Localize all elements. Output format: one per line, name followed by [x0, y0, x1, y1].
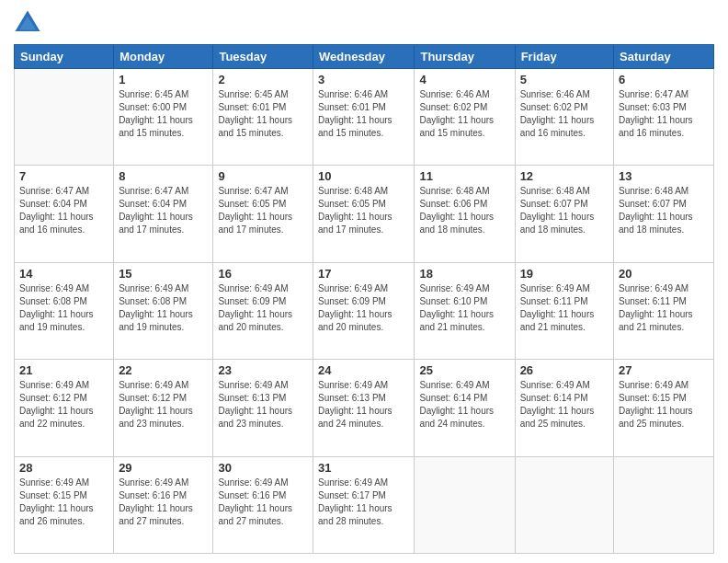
day-info: Sunrise: 6:46 AM Sunset: 6:01 PM Dayligh… [318, 88, 409, 140]
calendar-cell [515, 456, 613, 553]
calendar-cell: 21Sunrise: 6:49 AM Sunset: 6:12 PM Dayli… [15, 360, 114, 456]
calendar-cell: 16Sunrise: 6:49 AM Sunset: 6:09 PM Dayli… [213, 262, 313, 359]
day-number: 15 [119, 267, 208, 281]
calendar-cell: 30Sunrise: 6:49 AM Sunset: 6:16 PM Dayli… [213, 456, 313, 553]
day-info: Sunrise: 6:49 AM Sunset: 6:09 PM Dayligh… [218, 282, 308, 334]
day-header-friday: Friday [515, 45, 613, 69]
day-number: 6 [619, 73, 709, 86]
calendar-cell: 22Sunrise: 6:49 AM Sunset: 6:12 PM Dayli… [114, 360, 213, 456]
calendar-cell: 6Sunrise: 6:47 AM Sunset: 6:03 PM Daylig… [614, 69, 714, 166]
day-number: 19 [520, 267, 609, 281]
day-info: Sunrise: 6:49 AM Sunset: 6:14 PM Dayligh… [520, 379, 609, 431]
day-info: Sunrise: 6:47 AM Sunset: 6:03 PM Dayligh… [619, 88, 709, 140]
day-info: Sunrise: 6:49 AM Sunset: 6:08 PM Dayligh… [19, 282, 108, 334]
calendar-cell: 19Sunrise: 6:49 AM Sunset: 6:11 PM Dayli… [515, 262, 613, 359]
day-number: 12 [520, 169, 609, 183]
calendar-cell: 2Sunrise: 6:45 AM Sunset: 6:01 PM Daylig… [213, 69, 313, 166]
calendar-header: SundayMondayTuesdayWednesdayThursdayFrid… [15, 45, 714, 69]
day-number: 27 [619, 363, 709, 377]
day-header-monday: Monday [114, 45, 213, 69]
day-header-wednesday: Wednesday [313, 45, 415, 69]
calendar-cell: 15Sunrise: 6:49 AM Sunset: 6:08 PM Dayli… [114, 262, 213, 359]
calendar-cell: 7Sunrise: 6:47 AM Sunset: 6:04 PM Daylig… [15, 166, 114, 262]
calendar-cell: 24Sunrise: 6:49 AM Sunset: 6:13 PM Dayli… [313, 360, 415, 456]
calendar-cell: 23Sunrise: 6:49 AM Sunset: 6:13 PM Dayli… [213, 360, 313, 456]
day-number: 29 [119, 461, 208, 475]
day-number: 25 [419, 363, 509, 377]
day-number: 8 [119, 169, 208, 183]
calendar-cell: 31Sunrise: 6:49 AM Sunset: 6:17 PM Dayli… [313, 456, 415, 553]
calendar-cell: 20Sunrise: 6:49 AM Sunset: 6:11 PM Dayli… [614, 262, 714, 359]
calendar-cell [15, 69, 114, 166]
day-number: 21 [19, 363, 108, 377]
day-number: 9 [218, 169, 308, 183]
calendar-table: SundayMondayTuesdayWednesdayThursdayFrid… [14, 44, 714, 554]
calendar-cell [614, 456, 714, 553]
day-header-thursday: Thursday [415, 45, 515, 69]
header [14, 9, 714, 37]
day-info: Sunrise: 6:45 AM Sunset: 6:01 PM Dayligh… [218, 88, 308, 140]
calendar-week-3: 14Sunrise: 6:49 AM Sunset: 6:08 PM Dayli… [15, 262, 714, 359]
day-number: 26 [520, 363, 609, 377]
calendar-cell [415, 456, 515, 553]
day-info: Sunrise: 6:49 AM Sunset: 6:11 PM Dayligh… [619, 282, 709, 334]
calendar-cell: 8Sunrise: 6:47 AM Sunset: 6:04 PM Daylig… [114, 166, 213, 262]
day-info: Sunrise: 6:49 AM Sunset: 6:14 PM Dayligh… [419, 379, 509, 431]
calendar-cell: 17Sunrise: 6:49 AM Sunset: 6:09 PM Dayli… [313, 262, 415, 359]
calendar-cell: 12Sunrise: 6:48 AM Sunset: 6:07 PM Dayli… [515, 166, 613, 262]
day-number: 7 [19, 169, 108, 183]
day-info: Sunrise: 6:48 AM Sunset: 6:07 PM Dayligh… [520, 185, 609, 236]
calendar-cell: 28Sunrise: 6:49 AM Sunset: 6:15 PM Dayli… [15, 456, 114, 553]
day-info: Sunrise: 6:49 AM Sunset: 6:15 PM Dayligh… [619, 379, 709, 431]
day-number: 16 [218, 267, 308, 281]
day-info: Sunrise: 6:49 AM Sunset: 6:16 PM Dayligh… [119, 477, 208, 528]
calendar-cell: 9Sunrise: 6:47 AM Sunset: 6:05 PM Daylig… [213, 166, 313, 262]
calendar-cell: 10Sunrise: 6:48 AM Sunset: 6:05 PM Dayli… [313, 166, 415, 262]
day-info: Sunrise: 6:49 AM Sunset: 6:16 PM Dayligh… [218, 477, 308, 528]
day-number: 3 [318, 73, 409, 86]
calendar-cell: 18Sunrise: 6:49 AM Sunset: 6:10 PM Dayli… [415, 262, 515, 359]
calendar-cell: 1Sunrise: 6:45 AM Sunset: 6:00 PM Daylig… [114, 69, 213, 166]
calendar-week-1: 1Sunrise: 6:45 AM Sunset: 6:00 PM Daylig… [15, 69, 714, 166]
day-info: Sunrise: 6:49 AM Sunset: 6:17 PM Dayligh… [318, 477, 409, 528]
main-container: SundayMondayTuesdayWednesdayThursdayFrid… [0, 0, 728, 563]
day-info: Sunrise: 6:48 AM Sunset: 6:05 PM Dayligh… [318, 185, 409, 236]
calendar-cell: 13Sunrise: 6:48 AM Sunset: 6:07 PM Dayli… [614, 166, 714, 262]
day-number: 28 [19, 461, 108, 475]
day-number: 4 [419, 73, 509, 86]
day-info: Sunrise: 6:49 AM Sunset: 6:12 PM Dayligh… [119, 379, 208, 431]
day-number: 30 [218, 461, 308, 475]
day-info: Sunrise: 6:47 AM Sunset: 6:04 PM Dayligh… [119, 185, 208, 236]
day-number: 11 [419, 169, 509, 183]
calendar-week-5: 28Sunrise: 6:49 AM Sunset: 6:15 PM Dayli… [15, 456, 714, 553]
calendar-cell: 26Sunrise: 6:49 AM Sunset: 6:14 PM Dayli… [515, 360, 613, 456]
calendar-cell: 11Sunrise: 6:48 AM Sunset: 6:06 PM Dayli… [415, 166, 515, 262]
day-info: Sunrise: 6:47 AM Sunset: 6:04 PM Dayligh… [19, 185, 108, 236]
day-number: 2 [218, 73, 308, 86]
day-header-saturday: Saturday [614, 45, 714, 69]
calendar-cell: 27Sunrise: 6:49 AM Sunset: 6:15 PM Dayli… [614, 360, 714, 456]
day-number: 1 [119, 73, 208, 86]
day-info: Sunrise: 6:48 AM Sunset: 6:06 PM Dayligh… [419, 185, 509, 236]
day-number: 13 [619, 169, 709, 183]
logo [14, 9, 45, 37]
day-number: 24 [318, 363, 409, 377]
day-number: 31 [318, 461, 409, 475]
calendar-cell: 5Sunrise: 6:46 AM Sunset: 6:02 PM Daylig… [515, 69, 613, 166]
day-header-row: SundayMondayTuesdayWednesdayThursdayFrid… [15, 45, 714, 69]
logo-icon [14, 9, 41, 37]
calendar-cell: 25Sunrise: 6:49 AM Sunset: 6:14 PM Dayli… [415, 360, 515, 456]
day-number: 10 [318, 169, 409, 183]
calendar-week-2: 7Sunrise: 6:47 AM Sunset: 6:04 PM Daylig… [15, 166, 714, 262]
day-info: Sunrise: 6:49 AM Sunset: 6:10 PM Dayligh… [419, 282, 509, 334]
day-number: 14 [19, 267, 108, 281]
day-info: Sunrise: 6:46 AM Sunset: 6:02 PM Dayligh… [419, 88, 509, 140]
day-info: Sunrise: 6:49 AM Sunset: 6:13 PM Dayligh… [318, 379, 409, 431]
day-info: Sunrise: 6:49 AM Sunset: 6:08 PM Dayligh… [119, 282, 208, 334]
day-info: Sunrise: 6:49 AM Sunset: 6:15 PM Dayligh… [19, 477, 108, 528]
day-info: Sunrise: 6:45 AM Sunset: 6:00 PM Dayligh… [119, 88, 208, 140]
day-header-tuesday: Tuesday [213, 45, 313, 69]
day-info: Sunrise: 6:49 AM Sunset: 6:09 PM Dayligh… [318, 282, 409, 334]
day-info: Sunrise: 6:49 AM Sunset: 6:11 PM Dayligh… [520, 282, 609, 334]
calendar-cell: 29Sunrise: 6:49 AM Sunset: 6:16 PM Dayli… [114, 456, 213, 553]
